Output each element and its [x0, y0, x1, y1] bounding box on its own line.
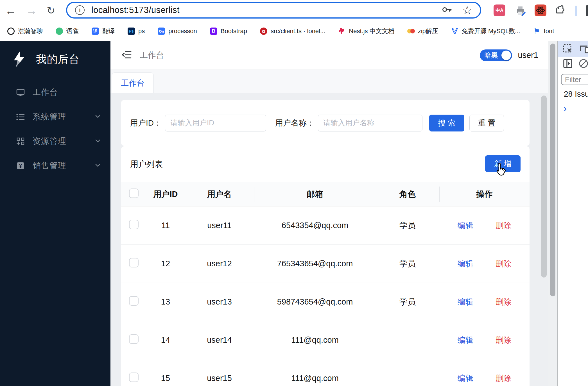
lightning-bolt-icon	[13, 51, 25, 67]
printer-extension-icon[interactable]	[514, 4, 526, 16]
column-username: 用户名	[185, 189, 254, 200]
chevron-down-icon	[95, 139, 100, 144]
devtools-panel: Filter 28 Issues ›	[557, 41, 588, 386]
edit-link[interactable]: 编辑	[458, 373, 473, 384]
tab-bar: 工作台	[110, 69, 549, 93]
delete-link[interactable]: 删除	[496, 373, 511, 384]
window-scrollbar-thumb[interactable]	[550, 44, 555, 296]
row-checkbox[interactable]	[129, 258, 139, 267]
mouse-cursor	[495, 162, 508, 179]
app-header: 工作台 暗黑 user1	[110, 41, 549, 69]
edit-link[interactable]: 编辑	[458, 220, 473, 231]
bookmark-gitee-client[interactable]: Gsrc/client.ts · lonel...	[260, 28, 325, 35]
sidebar-item-workbench[interactable]: 工作台	[0, 80, 110, 105]
site-info-icon[interactable]: i	[75, 5, 85, 15]
page-viewport: 我的后台 工作台 系统管理 资源管理	[0, 41, 588, 386]
clear-block-icon[interactable]	[578, 58, 588, 70]
mysql-logo-icon	[451, 28, 458, 35]
delete-link[interactable]: 删除	[496, 297, 511, 307]
issues-count[interactable]: 28 Issues	[564, 90, 588, 99]
forward-button[interactable]: →	[26, 0, 37, 21]
column-user-id: 用户ID	[146, 189, 185, 200]
delete-link[interactable]: 删除	[496, 220, 511, 231]
bootstrap-logo-icon: B	[210, 28, 217, 35]
expand-chevron-icon[interactable]: ›	[563, 103, 567, 115]
page-scrollbar-thumb[interactable]	[541, 96, 547, 278]
select-all-checkbox[interactable]	[129, 189, 139, 198]
content-area: 用户ID： 用户名称： 搜 索 重 置 用户列表 新 增 用户ID 用户名 邮箱	[110, 93, 549, 386]
table-row: 11 user11 6543354@qq.com 学员 编辑 删除	[121, 206, 530, 245]
sidebar-item-resources[interactable]: 资源管理	[0, 129, 110, 153]
bookmark-font[interactable]: ⚑font	[533, 28, 554, 35]
row-checkbox[interactable]	[129, 220, 139, 229]
search-button[interactable]: 搜 索	[429, 115, 464, 131]
components-icon	[16, 137, 25, 146]
delete-link[interactable]: 删除	[496, 258, 511, 269]
monitor-icon	[16, 88, 25, 97]
user-id-input[interactable]	[165, 115, 266, 131]
table-row: 13 user13 598743654@qq.com 学员 编辑 删除	[121, 283, 530, 321]
dark-mode-toggle[interactable]: 暗黑	[480, 49, 512, 61]
back-button[interactable]: ←	[5, 0, 16, 21]
reset-button[interactable]: 重 置	[469, 115, 504, 131]
toggle-knob	[501, 51, 511, 60]
haohan-logo-icon	[7, 28, 15, 35]
translate-logo-icon: 译	[92, 28, 99, 35]
device-toolbar-icon[interactable]	[578, 44, 588, 55]
tab-workbench[interactable]: 工作台	[112, 72, 154, 94]
bookmark-star-icon[interactable]: ☆	[462, 4, 472, 16]
list-icon	[16, 112, 25, 122]
cell-email: 6543354@qq.com	[254, 221, 376, 230]
cell-username: user12	[185, 259, 254, 268]
app-logo: 我的后台	[0, 41, 110, 67]
edit-link[interactable]: 编辑	[458, 335, 473, 346]
toolbar-divider	[575, 6, 577, 16]
password-key-icon[interactable]	[442, 6, 452, 14]
bookmark-bootstrap[interactable]: BBootstrap	[210, 28, 247, 35]
toggle-label: 暗黑	[484, 51, 498, 60]
address-bar[interactable]: i localhost:5173/userlist ☆	[66, 2, 481, 19]
money-badge-icon: ¥	[16, 161, 25, 171]
sidebar-item-sales[interactable]: ¥ 销售管理	[0, 153, 110, 178]
bookmark-mysql[interactable]: 免费开源 MySQL数...	[451, 27, 520, 35]
row-checkbox[interactable]	[129, 334, 139, 344]
cell-user-id: 14	[146, 335, 185, 345]
translate-extension-icon[interactable]: 中A	[494, 4, 505, 16]
extensions-puzzle-icon[interactable]	[555, 4, 567, 16]
dock-side-icon[interactable]	[563, 58, 573, 70]
collapse-menu-icon[interactable]	[122, 50, 132, 61]
inspect-element-icon[interactable]	[563, 44, 573, 55]
cell-role: 学员	[376, 258, 439, 269]
edit-link[interactable]: 编辑	[458, 297, 473, 307]
reload-button[interactable]: ↻	[47, 0, 55, 21]
cell-user-id: 11	[146, 221, 185, 230]
svg-text:¥: ¥	[19, 163, 22, 169]
window-scrollbar-track	[548, 41, 557, 386]
devtools-divider	[558, 102, 588, 102]
react-devtools-extension-icon[interactable]	[535, 4, 546, 16]
row-checkbox[interactable]	[129, 373, 139, 382]
bookmark-zip[interactable]: zip解压	[407, 27, 438, 35]
cell-username: user15	[185, 374, 254, 383]
bookmark-yuque[interactable]: 语雀	[56, 27, 79, 35]
bookmark-translate[interactable]: 译翻译	[92, 27, 115, 35]
sidebar-item-system[interactable]: 系统管理	[0, 105, 110, 129]
delete-link[interactable]: 删除	[496, 335, 511, 346]
bookmark-processon[interactable]: Onprocesson	[158, 28, 197, 35]
row-checkbox[interactable]	[129, 296, 139, 306]
yuque-logo-icon	[56, 28, 63, 35]
bookmark-nestjs[interactable]: Nest.js 中文文档	[338, 27, 394, 35]
edit-link[interactable]: 编辑	[458, 258, 473, 269]
browser-toolbar: ← → ↻ i localhost:5173/userlist ☆ 中A	[0, 0, 588, 21]
main-area: 工作台 暗黑 user1 工作台 用户ID： 用户名称： 搜 索 重 置	[110, 41, 549, 386]
chevron-down-icon	[95, 163, 100, 168]
column-role: 角色	[376, 189, 439, 200]
profile-avatar[interactable]	[586, 5, 588, 16]
photoshop-logo-icon: Ps	[128, 28, 135, 35]
devtools-filter-input[interactable]: Filter	[561, 74, 588, 85]
bookmark-haohan[interactable]: 浩瀚智聊	[7, 27, 43, 35]
url-text[interactable]: localhost:5173/userlist	[91, 5, 442, 15]
cell-role: 学员	[376, 296, 439, 308]
user-name-input[interactable]	[318, 115, 422, 131]
bookmark-ps[interactable]: Psps	[128, 28, 145, 35]
